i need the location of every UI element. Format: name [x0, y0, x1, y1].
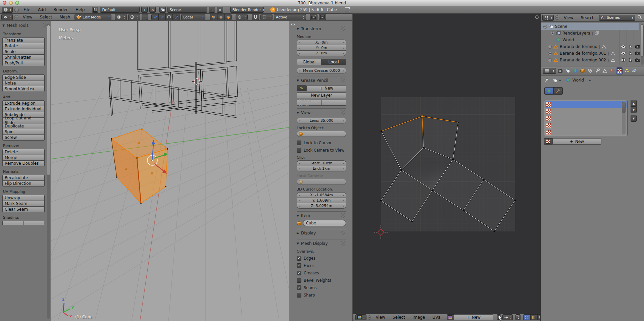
- menu-file[interactable]: File: [20, 7, 33, 12]
- outliner-row-world[interactable]: World: [541, 37, 639, 43]
- push-pull-button[interactable]: Push/Pull: [2, 60, 45, 66]
- move-slot-down-button[interactable]: ▼: [631, 106, 637, 113]
- outliner-scrollbar[interactable]: [641, 24, 644, 65]
- bevel-weights-check-row[interactable]: Bevel Weights: [297, 278, 346, 283]
- renderable-camera-icon[interactable]: [634, 43, 641, 50]
- edge-select-mode-button[interactable]: [217, 14, 225, 20]
- expand-icon[interactable]: +: [548, 45, 552, 49]
- scene-selector[interactable]: Scene: [167, 7, 207, 13]
- view3d-menu-select[interactable]: Select: [37, 15, 55, 19]
- collapse-uv-menus-icon[interactable]: −: [368, 315, 371, 320]
- vertex-select-mode-button[interactable]: [210, 14, 217, 20]
- texture-slot-row[interactable]: [545, 115, 627, 122]
- collapse-outliner-menus-icon[interactable]: −: [555, 15, 559, 20]
- outliner-menu-search[interactable]: Search: [578, 15, 597, 20]
- noise-button[interactable]: Noise: [2, 80, 45, 86]
- viewport-canvas[interactable]: User Persp Meters (1) Cube z y x: [51, 21, 289, 321]
- uv-vertex-select-button[interactable]: [523, 314, 531, 320]
- expand-icon[interactable]: +: [551, 32, 554, 35]
- move-slot-up-button[interactable]: ▲: [631, 100, 637, 107]
- tab-object-data[interactable]: [601, 67, 608, 74]
- local-camera-field[interactable]: [297, 179, 346, 185]
- menu-render[interactable]: Render: [50, 7, 71, 12]
- bevel-weights-checkbox[interactable]: [297, 278, 301, 283]
- lens-field[interactable]: Lens: 35.000: [297, 118, 346, 123]
- texture-slot-row[interactable]: [545, 129, 627, 136]
- region-widget-icon[interactable]: [291, 23, 295, 26]
- outliner-row-renderlayers[interactable]: + RenderLayers |: [541, 30, 639, 37]
- browse-image-button[interactable]: [447, 314, 454, 320]
- scene-data-icon[interactable]: [553, 78, 557, 83]
- outliner-row-scene[interactable]: − Scene: [541, 23, 639, 30]
- editor-type-info-dropdown[interactable]: i: [2, 7, 13, 13]
- snap-toggle-button[interactable]: [252, 14, 259, 20]
- lock-to-object-field[interactable]: [297, 131, 346, 137]
- merge-button[interactable]: Merge: [2, 155, 45, 161]
- visibility-eye-icon[interactable]: [620, 50, 627, 57]
- tab-physics[interactable]: [631, 67, 637, 74]
- uv-menu-view[interactable]: View: [373, 315, 388, 320]
- rotate-manipulator-button[interactable]: [165, 14, 173, 20]
- pivot-point-dropdown[interactable]: [128, 14, 140, 20]
- tab-world[interactable]: [572, 67, 578, 74]
- faces-checkbox[interactable]: [297, 263, 301, 268]
- extrude-individual-button[interactable]: Extrude Individual: [2, 106, 45, 112]
- viewport-shading-dropdown[interactable]: [115, 14, 127, 20]
- uv-menu-image[interactable]: Image: [409, 315, 428, 320]
- uv-canvas[interactable]: [353, 14, 540, 314]
- unwrap-button[interactable]: Unwrap: [2, 195, 45, 201]
- render-opengl-anim-button[interactable]: [319, 14, 326, 20]
- slot-filter-dropdown[interactable]: ▼: [631, 115, 637, 122]
- flip-direction-button[interactable]: Flip Direction: [2, 180, 45, 186]
- editor-type-image-dropdown[interactable]: [355, 314, 366, 320]
- delete-button[interactable]: Delete: [2, 149, 45, 155]
- mesh-display-panel-header[interactable]: ▼Mesh Display: [297, 240, 346, 247]
- seams-check-row[interactable]: Seams: [297, 285, 346, 290]
- new-texture-button[interactable]: +New: [552, 138, 601, 145]
- selectable-pointer-icon[interactable]: [627, 43, 634, 50]
- tab-constraints[interactable]: [587, 67, 593, 74]
- editor-type-view3d-dropdown[interactable]: [1, 14, 13, 20]
- sharp-checkbox[interactable]: [297, 293, 301, 298]
- display-panel-header[interactable]: ▶Display: [297, 230, 346, 236]
- mesh-tools-panel-header[interactable]: ▼ Mesh Tools: [2, 22, 48, 29]
- lock-to-cursor-row[interactable]: Lock to Cursor: [297, 140, 346, 146]
- expand-icon[interactable]: +: [548, 52, 552, 55]
- lock-camera-row[interactable]: Lock Camera to View: [297, 148, 346, 153]
- rotate-button[interactable]: Rotate: [2, 43, 45, 49]
- shrink-fatten-button[interactable]: Shrink/Fatten: [2, 54, 45, 60]
- world-texture-context-tab[interactable]: [544, 87, 554, 95]
- snap-target-dropdown[interactable]: Active: [274, 14, 306, 20]
- screen-layout-selector[interactable]: Default: [100, 7, 140, 13]
- spin-button[interactable]: Spin: [2, 129, 45, 135]
- screw-button[interactable]: Screw: [2, 135, 45, 141]
- delete-scene-button[interactable]: ×: [217, 7, 223, 13]
- collapse-menus-icon[interactable]: −: [14, 8, 19, 12]
- collapse-view3d-menus-icon[interactable]: −: [14, 15, 18, 19]
- view3d-menu-mesh[interactable]: Mesh: [57, 15, 73, 19]
- outliner-scope-dropdown[interactable]: All Scenes: [599, 15, 635, 21]
- visibility-eye-icon[interactable]: [620, 57, 627, 63]
- lock-camera-checkbox[interactable]: [297, 148, 301, 153]
- seams-checkbox[interactable]: [297, 285, 301, 290]
- tab-render[interactable]: [557, 67, 563, 74]
- median-y-field[interactable]: Y: -0m: [297, 45, 346, 51]
- faces-check-row[interactable]: Faces: [297, 263, 346, 268]
- visibility-eye-icon[interactable]: [620, 43, 627, 50]
- window-duplicate-icon[interactable]: [345, 7, 350, 12]
- texture-list-scrollbar[interactable]: [622, 102, 626, 135]
- tab-object[interactable]: [579, 67, 586, 74]
- uv-pivot-dropdown[interactable]: [502, 314, 513, 320]
- scale-manipulator-button[interactable]: [172, 14, 180, 20]
- render-engine-selector[interactable]: Blender Render: [230, 7, 264, 13]
- tab-material[interactable]: [609, 67, 615, 74]
- editor-type-outliner-dropdown[interactable]: [542, 15, 554, 21]
- clear-seam-button[interactable]: Clear Seam: [2, 206, 45, 212]
- pivot-align-toggle[interactable]: [142, 14, 148, 20]
- edges-checkbox[interactable]: [297, 256, 301, 261]
- new-image-button[interactable]: +New: [454, 314, 493, 320]
- tab-particles[interactable]: [624, 67, 630, 74]
- selectable-pointer-icon[interactable]: [627, 57, 634, 63]
- delete-frame-button[interactable]: Delete Frame: [297, 100, 322, 106]
- item-name-input[interactable]: Cube: [303, 220, 346, 226]
